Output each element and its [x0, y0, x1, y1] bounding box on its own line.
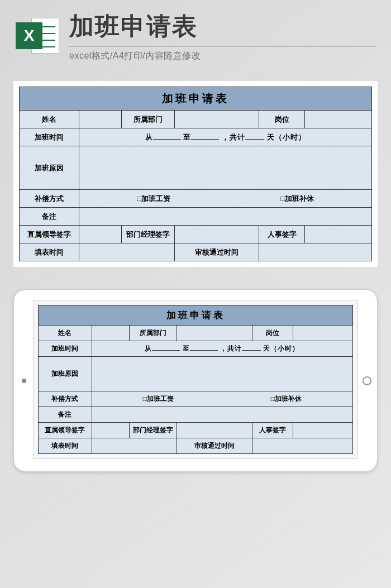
page-title: 加班申请表: [69, 10, 375, 43]
excel-icon-letter: X: [16, 22, 42, 49]
value-name: [79, 111, 122, 128]
label-position: 岗位: [252, 326, 293, 341]
overtime-form-table-small: 加班申请表 姓名 所属部门 岗位 加班时间 从 至 ，共计 天（小时）: [38, 305, 353, 454]
label-name: 姓名: [20, 111, 79, 128]
value-hr-sign: [293, 423, 352, 438]
form-title: 加班申请表: [39, 305, 353, 326]
label-overtime-time: 加班时间: [39, 341, 92, 357]
value-overtime-reason: [92, 357, 352, 391]
label-department: 所属部门: [121, 111, 174, 128]
tablet-home-button-icon: [363, 376, 371, 385]
label-hr-sign: 人事签字: [252, 423, 293, 438]
label-fill-time: 填表时间: [39, 438, 92, 454]
option-overtime-pay: □加班工资: [137, 194, 170, 204]
value-compensation: □加班工资 □加班补休: [79, 190, 372, 208]
value-overtime-time: 从 至 ，共计 天（小时）: [79, 128, 372, 146]
tablet-camera-icon: [22, 379, 26, 383]
option-overtime-rest: □加班补休: [271, 394, 302, 404]
value-direct-leader-sign: [79, 226, 122, 243]
label-position: 岗位: [259, 111, 305, 128]
value-position: [293, 326, 352, 341]
value-name: [92, 326, 130, 341]
value-fill-time: [92, 438, 177, 454]
page-subtitle: excel格式/A4打印/内容随意修改: [69, 46, 375, 62]
value-hr-sign: [305, 226, 372, 243]
value-department: [174, 111, 259, 128]
label-direct-leader-sign: 直属领导签字: [20, 226, 79, 243]
label-remark: 备注: [20, 208, 79, 226]
value-fill-time: [79, 243, 174, 261]
option-overtime-rest: □加班补休: [280, 194, 314, 204]
label-approve-time: 审核通过时间: [177, 438, 252, 454]
value-direct-leader-sign: [92, 423, 130, 438]
value-approve-time: [252, 438, 352, 454]
value-overtime-reason: [79, 146, 372, 190]
label-overtime-reason: 加班原因: [39, 357, 92, 391]
label-dept-manager-sign: 部门经理签字: [121, 226, 174, 243]
value-compensation: □加班工资 □加班补休: [92, 391, 352, 407]
label-compensation: 补偿方式: [39, 391, 92, 407]
overtime-form-table: 加班申请表 姓名 所属部门 岗位 加班时间 从 至 ，共计 天（小时） 加班原因: [19, 87, 372, 261]
label-hr-sign: 人事签字: [259, 226, 305, 243]
label-approve-time: 审核通过时间: [174, 243, 259, 261]
label-overtime-reason: 加班原因: [20, 146, 79, 190]
value-remark: [92, 407, 352, 423]
label-fill-time: 填表时间: [20, 243, 79, 261]
header: X 加班申请表 excel格式/A4打印/内容随意修改: [0, 0, 391, 68]
tablet-frame: 加班申请表 姓名 所属部门 岗位 加班时间 从 至 ，共计 天（小时）: [13, 289, 378, 472]
excel-icon: X: [16, 15, 59, 58]
value-approve-time: [259, 243, 372, 261]
value-department: [177, 326, 252, 341]
label-department: 所属部门: [130, 326, 177, 341]
label-compensation: 补偿方式: [20, 190, 79, 208]
value-dept-manager-sign: [174, 226, 259, 243]
label-direct-leader-sign: 直属领导签字: [39, 423, 92, 438]
form-title: 加班申请表: [20, 87, 372, 111]
value-overtime-time: 从 至 ，共计 天（小时）: [92, 341, 352, 357]
label-name: 姓名: [39, 326, 92, 341]
value-position: [305, 111, 372, 128]
value-dept-manager-sign: [177, 423, 252, 438]
label-remark: 备注: [39, 407, 92, 423]
value-remark: [79, 208, 372, 226]
label-dept-manager-sign: 部门经理签字: [130, 423, 177, 438]
option-overtime-pay: □加班工资: [143, 394, 174, 404]
label-overtime-time: 加班时间: [20, 128, 79, 146]
sheet-preview-primary: 加班申请表 姓名 所属部门 岗位 加班时间 从 至 ，共计 天（小时） 加班原因: [13, 81, 378, 267]
